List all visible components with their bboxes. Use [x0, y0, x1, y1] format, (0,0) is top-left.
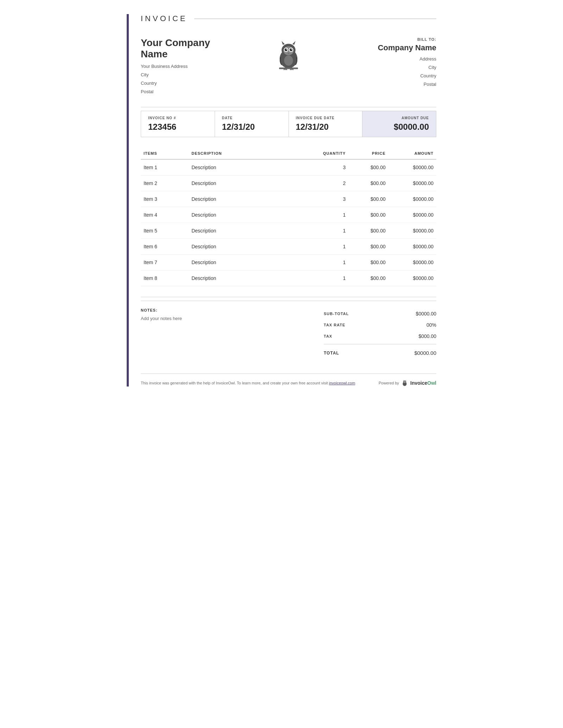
- bill-to-label: BILL TO:: [338, 37, 436, 41]
- invoice-amount-due-label: AMOUNT DUE: [369, 116, 429, 120]
- col-header-description: DESCRIPTION: [189, 148, 309, 159]
- invoice-footer: This invoice was generated with the help…: [141, 373, 436, 387]
- tax-value: $000.00: [418, 333, 436, 339]
- item-description-cell: Description: [189, 223, 309, 239]
- notes-text: Add your notes here: [141, 316, 310, 321]
- item-quantity-cell: 1: [309, 207, 349, 223]
- company-logo: [239, 37, 338, 71]
- item-name-cell: Item 1: [141, 159, 189, 175]
- subtotal-row: SUB-TOTAL $0000.00: [324, 308, 436, 319]
- invoice-due-date-label: INVOICE DUE DATE: [296, 116, 355, 120]
- invoice-due-date-value: 12/31/20: [296, 122, 355, 132]
- item-description-cell: Description: [189, 175, 309, 191]
- company-postal: Postal: [141, 88, 239, 96]
- col-header-price: PRICE: [348, 148, 388, 159]
- svg-rect-19: [279, 68, 298, 69]
- company-info: Your Company Name Your Business Address …: [141, 37, 239, 96]
- invoice-date-label: DATE: [222, 116, 282, 120]
- invoice-amount-due-cell: AMOUNT DUE $0000.00: [362, 111, 436, 137]
- item-price-cell: $00.00: [348, 270, 388, 286]
- item-description-cell: Description: [189, 239, 309, 255]
- item-name-cell: Item 6: [141, 239, 189, 255]
- footer-link[interactable]: invoiceowl.com: [329, 381, 355, 385]
- item-description-cell: Description: [189, 270, 309, 286]
- item-amount-cell: $0000.00: [388, 191, 436, 207]
- subtotal-label: SUB-TOTAL: [324, 312, 349, 316]
- total-row: TOTAL $0000.00: [324, 346, 436, 359]
- taxrate-label: TAX RATE: [324, 323, 345, 327]
- footer-powered-by: Powered by InvoiceOwl: [379, 379, 436, 387]
- owl-logo-icon: [273, 39, 304, 71]
- invoice-number-value: 123456: [148, 122, 208, 132]
- footer-text-content: This invoice was generated with the help…: [141, 381, 328, 385]
- brand-invoice-text: Invoice: [410, 380, 427, 386]
- item-quantity-cell: 3: [309, 159, 349, 175]
- invoice-page: INVOICE Your Company Name Your Business …: [127, 14, 436, 387]
- item-description-cell: Description: [189, 255, 309, 270]
- table-row: Item 4 Description 1 $00.00 $0000.00: [141, 207, 436, 223]
- svg-marker-2: [282, 41, 285, 45]
- table-row: Item 2 Description 2 $00.00 $0000.00: [141, 175, 436, 191]
- company-section: Your Company Name Your Business Address …: [141, 37, 436, 96]
- notes-section: NOTES: Add your notes here: [141, 308, 324, 321]
- invoice-number-label: INVOICE NO #: [148, 116, 208, 120]
- item-name-cell: Item 5: [141, 223, 189, 239]
- svg-point-7: [285, 49, 287, 51]
- company-address: Your Business Address: [141, 63, 239, 70]
- invoice-title: INVOICE: [141, 14, 436, 27]
- table-row: Item 7 Description 1 $00.00 $0000.00: [141, 255, 436, 270]
- item-quantity-cell: 1: [309, 255, 349, 270]
- invoiceowl-logo-icon: [401, 379, 408, 387]
- total-label: TOTAL: [324, 351, 339, 356]
- bottom-section: NOTES: Add your notes here SUB-TOTAL $00…: [141, 301, 436, 359]
- bill-to-info: BILL TO: Company Name Address City Count…: [338, 37, 436, 89]
- col-header-amount: AMOUNT: [388, 148, 436, 159]
- table-row: Item 6 Description 1 $00.00 $0000.00: [141, 239, 436, 255]
- svg-point-8: [290, 49, 292, 51]
- totals-section: SUB-TOTAL $0000.00 TAX RATE 00% TAX $000…: [324, 308, 436, 359]
- invoice-due-date-cell: INVOICE DUE DATE 12/31/20: [289, 111, 363, 137]
- totals-divider: [324, 344, 436, 344]
- item-price-cell: $00.00: [348, 207, 388, 223]
- item-price-cell: $00.00: [348, 255, 388, 270]
- invoice-date-cell: DATE 12/31/20: [215, 111, 289, 137]
- tax-row: TAX $000.00: [324, 331, 436, 342]
- item-name-cell: Item 3: [141, 191, 189, 207]
- invoice-number-cell: INVOICE NO # 123456: [141, 111, 215, 137]
- svg-marker-3: [292, 41, 296, 45]
- invoice-amount-due-value: $0000.00: [369, 122, 429, 132]
- svg-marker-22: [403, 380, 404, 381]
- col-header-items: ITEMS: [141, 148, 189, 159]
- subtotal-value: $0000.00: [416, 311, 436, 317]
- taxrate-row: TAX RATE 00%: [324, 319, 436, 331]
- footer-text: This invoice was generated with the help…: [141, 381, 355, 385]
- item-name-cell: Item 8: [141, 270, 189, 286]
- items-table: ITEMS DESCRIPTION QUANTITY PRICE AMOUNT …: [141, 148, 436, 286]
- item-amount-cell: $0000.00: [388, 255, 436, 270]
- item-quantity-cell: 3: [309, 191, 349, 207]
- powered-by-label: Powered by: [379, 381, 399, 385]
- invoice-details-bar: INVOICE NO # 123456 DATE 12/31/20 INVOIC…: [141, 111, 436, 137]
- item-name-cell: Item 4: [141, 207, 189, 223]
- item-amount-cell: $0000.00: [388, 239, 436, 255]
- table-header-row: ITEMS DESCRIPTION QUANTITY PRICE AMOUNT: [141, 148, 436, 159]
- item-quantity-cell: 1: [309, 239, 349, 255]
- item-amount-cell: $0000.00: [388, 270, 436, 286]
- table-row: Item 8 Description 1 $00.00 $0000.00: [141, 270, 436, 286]
- divider-1: [141, 107, 436, 107]
- item-description-cell: Description: [189, 191, 309, 207]
- item-quantity-cell: 1: [309, 223, 349, 239]
- brand-name: InvoiceOwl: [410, 380, 436, 386]
- tax-label: TAX: [324, 334, 332, 338]
- svg-point-10: [291, 49, 292, 50]
- bill-to-postal: Postal: [338, 81, 436, 88]
- company-city: City: [141, 71, 239, 79]
- divider-2: [141, 297, 436, 297]
- item-price-cell: $00.00: [348, 159, 388, 175]
- bill-to-city: City: [338, 64, 436, 71]
- notes-label: NOTES:: [141, 308, 310, 312]
- invoice-date-value: 12/31/20: [222, 122, 282, 132]
- item-quantity-cell: 1: [309, 270, 349, 286]
- bill-to-address: Address: [338, 55, 436, 63]
- item-price-cell: $00.00: [348, 239, 388, 255]
